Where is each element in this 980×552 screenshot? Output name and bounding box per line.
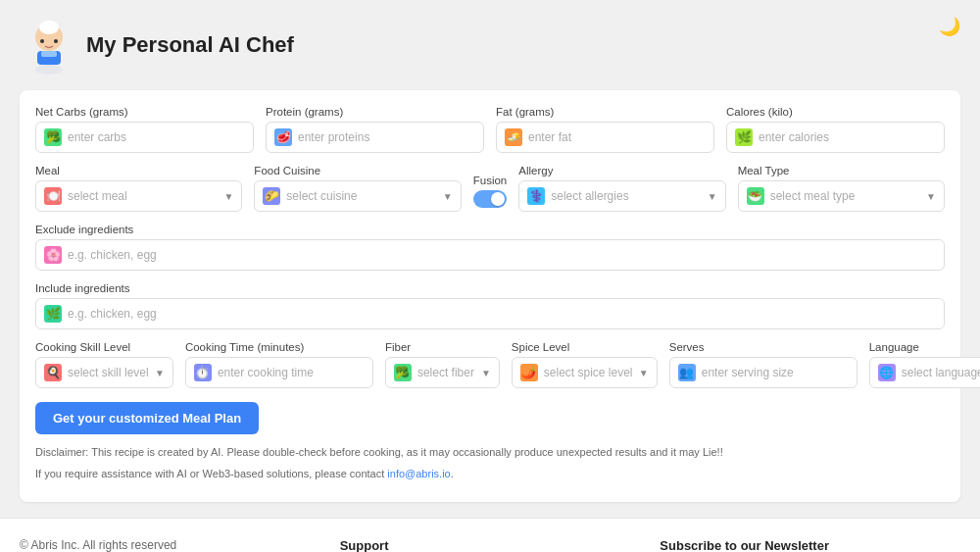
serves-icon: 👥 bbox=[678, 364, 696, 381]
disclaimer-line1: Disclaimer: This recipe is created by AI… bbox=[35, 444, 945, 462]
fat-input[interactable] bbox=[528, 130, 706, 144]
spice-select[interactable]: select spice level bbox=[544, 366, 633, 379]
footer: © Abris Inc. All rights reserved 𝕏 f 📷 ✉… bbox=[0, 518, 980, 552]
row-macros: Net Carbs (grams) 🥦 Protein (grams) 🥩 Fa… bbox=[35, 106, 945, 153]
footer-copyright: © Abris Inc. All rights reserved bbox=[20, 538, 320, 552]
fiber-icon: 🥦 bbox=[394, 364, 412, 381]
toggle-knob bbox=[491, 192, 505, 206]
fiber-label: Fiber bbox=[385, 341, 500, 353]
protein-input-wrapper[interactable]: 🥩 bbox=[266, 122, 484, 153]
include-input[interactable] bbox=[68, 307, 936, 321]
field-fiber: Fiber 🥦 select fiber ▼ bbox=[385, 341, 500, 388]
cooking-time-input-wrapper[interactable]: ⏱️ bbox=[185, 357, 373, 388]
calories-input[interactable] bbox=[759, 130, 936, 144]
footer-inner: © Abris Inc. All rights reserved 𝕏 f 📷 ✉… bbox=[20, 538, 960, 552]
row-include: Include ingredients 🌿 bbox=[35, 282, 945, 329]
disclaimer-link[interactable]: info@abris.io bbox=[387, 468, 450, 479]
allergy-select[interactable]: select allergies bbox=[551, 189, 701, 203]
protein-icon: 🥩 bbox=[274, 128, 292, 146]
field-fat: Fat (grams) 🧈 bbox=[496, 106, 714, 153]
exclude-input[interactable] bbox=[68, 248, 936, 262]
field-calories: Calores (kilo) 🌿 bbox=[726, 106, 945, 153]
footer-newsletter: Subscribe to our Newsletter Sign Up bbox=[660, 538, 960, 552]
fat-label: Fat (grams) bbox=[496, 106, 714, 118]
allergy-select-wrapper[interactable]: ⚕️ select allergies ▼ bbox=[518, 180, 725, 212]
svg-point-2 bbox=[42, 21, 56, 30]
serves-input-wrapper[interactable]: 👥 bbox=[669, 357, 858, 388]
moon-icon: 🌙 bbox=[939, 17, 960, 36]
food-cuisine-select-wrapper[interactable]: 🌮 select cuisine ▼ bbox=[254, 180, 461, 212]
field-meal-type: Meal Type 🥗 select meal type ▼ bbox=[738, 165, 945, 212]
spice-chevron-icon: ▼ bbox=[639, 368, 649, 378]
newsletter-title: Subscribe to our Newsletter bbox=[660, 538, 960, 552]
exclude-input-wrapper[interactable]: 🌸 bbox=[35, 239, 945, 271]
skill-chevron-icon: ▼ bbox=[155, 368, 165, 378]
include-input-wrapper[interactable]: 🌿 bbox=[35, 298, 945, 329]
spice-icon: 🌶️ bbox=[520, 364, 538, 381]
row-cooking-details: Cooking Skill Level 🍳 select skill level… bbox=[35, 341, 945, 388]
disclaimer-line2: If you require assistance with AI or Web… bbox=[35, 466, 945, 483]
skill-icon: 🍳 bbox=[44, 364, 62, 381]
field-spice: Spice Level 🌶️ select spice level ▼ bbox=[512, 341, 658, 388]
protein-label: Protein (grams) bbox=[266, 106, 484, 118]
include-icon: 🌿 bbox=[44, 305, 62, 323]
meal-type-label: Meal Type bbox=[738, 165, 945, 176]
skill-select[interactable]: select skill level bbox=[68, 366, 149, 379]
fusion-toggle-wrapper: Fusion bbox=[473, 175, 508, 212]
fiber-select-wrapper[interactable]: 🥦 select fiber ▼ bbox=[385, 357, 500, 388]
skill-select-wrapper[interactable]: 🍳 select skill level ▼ bbox=[35, 357, 173, 388]
row-meal-cuisine: Meal 🍽️ select meal ▼ Food Cuisine 🌮 sel… bbox=[35, 165, 945, 212]
fusion-toggle[interactable] bbox=[473, 190, 507, 208]
svg-point-3 bbox=[40, 39, 44, 43]
calories-input-wrapper[interactable]: 🌿 bbox=[726, 122, 945, 153]
allergy-label: Allergy bbox=[518, 165, 725, 176]
meal-icon: 🍽️ bbox=[44, 187, 62, 205]
meal-type-select-wrapper[interactable]: 🥗 select meal type ▼ bbox=[738, 180, 945, 212]
field-protein: Protein (grams) 🥩 bbox=[266, 106, 484, 153]
net-carbs-label: Net Carbs (grams) bbox=[35, 106, 254, 118]
language-select-wrapper[interactable]: 🌐 select language ▼ bbox=[869, 357, 980, 388]
field-food-cuisine: Food Cuisine 🌮 select cuisine ▼ bbox=[254, 165, 461, 212]
language-label: Language bbox=[869, 341, 980, 353]
field-meal: Meal 🍽️ select meal ▼ bbox=[35, 165, 242, 212]
cooking-time-label: Cooking Time (minutes) bbox=[185, 341, 373, 353]
meal-select-wrapper[interactable]: 🍽️ select meal ▼ bbox=[35, 180, 242, 212]
fiber-select[interactable]: select fiber bbox=[417, 366, 475, 379]
exclude-label: Exclude ingredients bbox=[35, 224, 945, 235]
footer-left: © Abris Inc. All rights reserved 𝕏 f 📷 ✉ bbox=[20, 538, 320, 552]
meal-select[interactable]: select meal bbox=[68, 189, 218, 203]
meal-type-chevron-icon: ▼ bbox=[926, 191, 936, 202]
allergy-icon: ⚕️ bbox=[527, 187, 545, 205]
meal-type-icon: 🥗 bbox=[747, 187, 764, 205]
protein-input[interactable] bbox=[298, 130, 475, 144]
food-cuisine-label: Food Cuisine bbox=[254, 165, 461, 176]
fat-input-wrapper[interactable]: 🧈 bbox=[496, 122, 714, 153]
include-label: Include ingredients bbox=[35, 282, 945, 294]
app-header: My Personal AI Chef bbox=[20, 16, 960, 75]
serves-input[interactable] bbox=[702, 366, 849, 379]
food-cuisine-select[interactable]: select cuisine bbox=[286, 189, 436, 203]
get-plan-button[interactable]: Get your customized Meal Plan bbox=[35, 402, 259, 434]
cooking-time-input[interactable] bbox=[218, 366, 365, 379]
support-title: Support bbox=[340, 538, 641, 552]
net-carbs-input-wrapper[interactable]: 🥦 bbox=[35, 122, 254, 153]
field-language: Language 🌐 select language ▼ bbox=[869, 341, 980, 388]
meal-type-select[interactable]: select meal type bbox=[770, 189, 920, 203]
fat-icon: 🧈 bbox=[505, 128, 522, 146]
skill-label: Cooking Skill Level bbox=[35, 341, 173, 353]
row-exclude: Exclude ingredients 🌸 bbox=[35, 224, 945, 271]
disclaimer-period: . bbox=[451, 468, 454, 479]
field-cooking-time: Cooking Time (minutes) ⏱️ bbox=[185, 341, 373, 388]
fusion-label: Fusion bbox=[473, 175, 508, 186]
language-select[interactable]: select language bbox=[902, 366, 980, 379]
serves-label: Serves bbox=[669, 341, 858, 353]
cuisine-icon: 🌮 bbox=[263, 187, 280, 205]
cuisine-chevron-icon: ▼ bbox=[443, 191, 453, 202]
svg-point-4 bbox=[54, 39, 58, 43]
dark-mode-button[interactable]: 🌙 bbox=[939, 16, 960, 37]
app-title: My Personal AI Chef bbox=[86, 32, 294, 58]
net-carbs-input[interactable] bbox=[68, 130, 245, 144]
calories-label: Calores (kilo) bbox=[726, 106, 945, 118]
spice-select-wrapper[interactable]: 🌶️ select spice level ▼ bbox=[512, 357, 658, 388]
disclaimer-line2-text: If you require assistance with AI or Web… bbox=[35, 468, 387, 479]
